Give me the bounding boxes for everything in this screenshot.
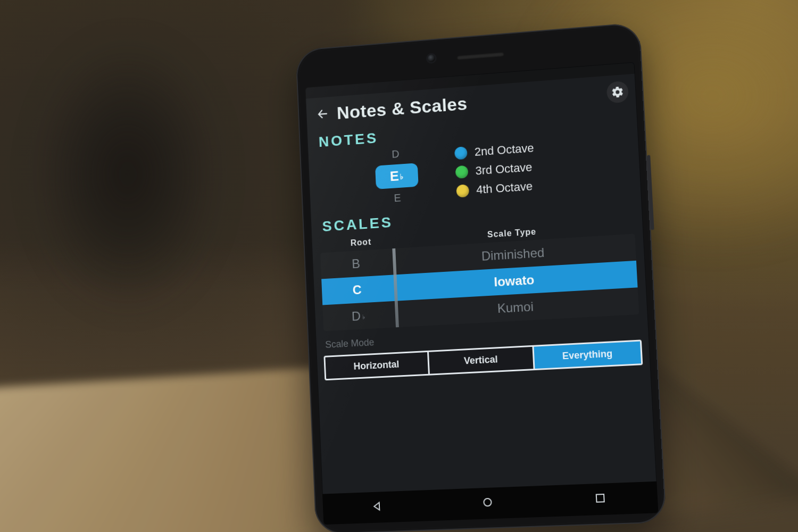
settings-button[interactable] <box>606 81 629 104</box>
back-button[interactable] <box>311 102 334 126</box>
note-next: E <box>394 192 402 205</box>
square-recents-icon <box>593 492 607 505</box>
legend-dot-icon <box>456 184 469 197</box>
nav-back-button[interactable] <box>371 500 384 515</box>
legend-row: 4th Octave <box>456 179 536 198</box>
legend-row: 3rd Octave <box>455 160 535 179</box>
svg-rect-3 <box>596 494 604 502</box>
gear-icon <box>611 85 625 99</box>
col-root: Root <box>325 236 397 250</box>
legend-label: 4th Octave <box>476 179 533 197</box>
seg-horizontal[interactable]: Horizontal <box>325 352 429 379</box>
nav-home-button[interactable] <box>481 496 494 511</box>
seg-everything[interactable]: Everything <box>534 342 641 369</box>
svg-point-2 <box>484 498 492 506</box>
scales-panel: Root Scale Type B Diminished C Iowato D♭… <box>312 218 648 331</box>
legend-row: 2nd Octave <box>454 141 534 160</box>
circle-home-icon <box>481 496 494 509</box>
note-selected-accidental: ♭ <box>400 172 404 181</box>
note-selected-letter: E <box>389 168 399 185</box>
note-picker[interactable]: D E♭ E <box>362 146 432 206</box>
note-prev: D <box>392 148 400 161</box>
legend-dot-icon <box>455 165 469 178</box>
octave-legend: 2nd Octave 3rd Octave 4th Octave <box>454 141 536 198</box>
triangle-back-icon <box>371 500 384 513</box>
wheel-root: B <box>321 254 394 273</box>
nav-recents-button[interactable] <box>593 492 607 507</box>
bg-dark-object <box>16 43 239 372</box>
photo-background: Notes & Scales NOTES D E♭ E <box>0 0 798 532</box>
wheel-root: D♭ <box>323 307 396 326</box>
legend-dot-icon <box>454 146 468 160</box>
seg-vertical[interactable]: Vertical <box>429 347 535 374</box>
note-selected: E♭ <box>375 163 419 189</box>
phone-screen: Notes & Scales NOTES D E♭ E <box>305 62 658 525</box>
wheel-root: C <box>322 280 395 299</box>
legend-label: 2nd Octave <box>474 141 534 159</box>
phone-device: Notes & Scales NOTES D E♭ E <box>295 22 667 532</box>
arrow-left-icon <box>316 107 329 121</box>
legend-label: 3rd Octave <box>475 160 533 178</box>
svg-line-0 <box>319 114 327 114</box>
svg-marker-1 <box>374 503 379 510</box>
